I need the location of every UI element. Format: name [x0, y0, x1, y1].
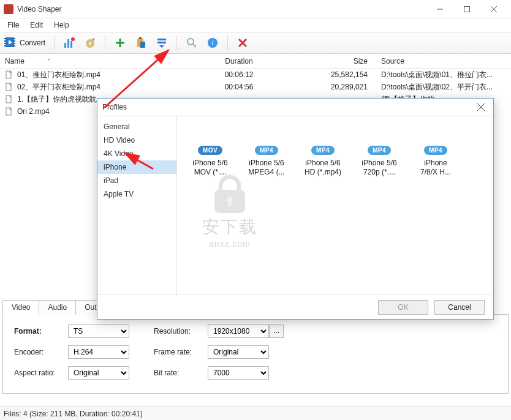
svg-rect-5	[4, 38, 6, 39]
svg-point-19	[89, 42, 91, 45]
profile-name: iPhone 5/6MPEG4 (...	[241, 159, 292, 177]
maximize-button[interactable]	[453, 0, 480, 18]
col-header-duration[interactable]: Duration	[184, 57, 294, 66]
file-source: D:\tools\桌面\视频\02、平开门衣...	[374, 82, 511, 92]
framerate-label: Frame rate:	[154, 348, 208, 356]
dialog-close-button[interactable]	[474, 100, 488, 114]
bitrate-combo[interactable]: 7000	[208, 366, 269, 380]
delete-button[interactable]	[234, 34, 251, 51]
cancel-button[interactable]: Cancel	[434, 300, 485, 315]
category-item[interactable]: General	[97, 120, 176, 133]
profiles-button[interactable]	[153, 34, 170, 51]
format-badge: MP4	[255, 146, 278, 155]
category-item[interactable]: iPad	[97, 174, 176, 187]
film-icon	[4, 36, 16, 50]
add-button[interactable]	[112, 34, 129, 51]
search-button[interactable]	[183, 34, 200, 51]
file-duration: 00:04:56	[184, 83, 294, 91]
encoder-combo[interactable]: H.264	[68, 345, 129, 359]
ok-button[interactable]: OK	[378, 300, 428, 315]
svg-point-17	[71, 37, 75, 41]
category-item[interactable]: HD Video	[97, 133, 176, 147]
svg-rect-8	[4, 45, 6, 47]
aspect-combo[interactable]: Original	[68, 366, 129, 380]
svg-rect-10	[13, 40, 15, 42]
svg-rect-24	[140, 42, 145, 48]
table-row[interactable]: 01、推拉门衣柜绘制.mp400:06:1225,582,154D:\tools…	[0, 69, 511, 81]
bitrate-label: Bit rate:	[154, 369, 208, 377]
profiles-dialog: Profiles GeneralHD Video4K VideoiPhoneiP…	[97, 98, 494, 320]
svg-rect-16	[70, 41, 72, 48]
title-bar: Video Shaper	[0, 0, 511, 18]
col-header-name[interactable]: Name⌃	[0, 57, 184, 66]
resolution-label: Resolution:	[154, 327, 208, 336]
category-list: GeneralHD Video4K VideoiPhoneiPadApple T…	[97, 116, 177, 294]
menu-help[interactable]: Help	[49, 20, 74, 31]
profile-name: iPhone7/8/X H...	[410, 159, 461, 177]
paste-button[interactable]	[132, 34, 150, 51]
format-label: Format:	[14, 327, 68, 336]
svg-rect-37	[6, 108, 11, 115]
file-source: D:\tools\桌面\视频\01、推拉门衣...	[374, 70, 511, 80]
svg-rect-34	[6, 71, 11, 78]
category-item[interactable]: iPhone	[97, 160, 176, 174]
svg-rect-23	[139, 37, 142, 39]
svg-rect-11	[13, 43, 15, 44]
aspect-label: Aspect ratio:	[14, 369, 68, 377]
profile-item[interactable]: MOViPhone 5/6MOV (*....	[184, 124, 236, 177]
menu-edit[interactable]: Edit	[25, 20, 48, 31]
file-duration: 00:06:12	[184, 70, 294, 79]
status-text: Files: 4 (Size: 211 MB, Duration: 00:20:…	[4, 410, 143, 418]
convert-label[interactable]: Convert	[20, 39, 45, 47]
profile-grid: MOViPhone 5/6MOV (*....MP4iPhone 5/6MPEG…	[177, 116, 493, 294]
equalizer-button[interactable]	[61, 34, 78, 51]
framerate-combo[interactable]: Original	[208, 345, 269, 359]
profile-item[interactable]: MP4iPhone 5/6720p (*....	[354, 124, 405, 177]
minimize-button[interactable]	[426, 0, 453, 18]
svg-line-29	[193, 44, 196, 47]
resolution-combo[interactable]: 1920x1080	[208, 324, 269, 338]
tab-video[interactable]: Video	[2, 300, 39, 315]
file-size: 20,289,021	[294, 83, 374, 91]
svg-rect-26	[157, 42, 166, 43]
info-button[interactable]: i	[204, 34, 221, 51]
svg-rect-14	[64, 43, 66, 48]
profile-item[interactable]: MP4iPhone7/8/X H...	[410, 124, 461, 177]
table-row[interactable]: 02、平开门衣柜绘制.mp400:04:5620,289,021D:\tools…	[0, 81, 511, 93]
menu-bar: File Edit Help	[0, 18, 511, 32]
col-header-source[interactable]: Source	[374, 57, 511, 66]
file-name: Ori 2.mp4	[17, 107, 50, 116]
resolution-more-button[interactable]: ...	[269, 324, 284, 338]
window-title: Video Shaper	[17, 5, 426, 13]
svg-rect-15	[67, 39, 69, 48]
format-badge: MP4	[311, 146, 335, 155]
profile-name: iPhone 5/6MOV (*....	[184, 159, 236, 177]
menu-file[interactable]: File	[2, 20, 24, 31]
col-header-size[interactable]: Size	[294, 57, 374, 66]
svg-rect-7	[4, 43, 6, 44]
tab-audio[interactable]: Audio	[39, 300, 76, 315]
app-icon	[4, 4, 13, 14]
dialog-title: Profiles	[102, 103, 127, 111]
format-badge: MP4	[424, 146, 447, 155]
svg-point-28	[187, 39, 194, 45]
file-name: 1.【姚子】你的虎视眈眈	[17, 94, 97, 105]
svg-rect-12	[13, 45, 15, 47]
encoder-label: Encoder:	[14, 348, 68, 356]
close-button[interactable]	[480, 0, 507, 18]
category-item[interactable]: 4K Video	[97, 147, 176, 160]
file-name: 02、平开门衣柜绘制.mp4	[17, 82, 100, 92]
format-badge: MP4	[368, 146, 391, 155]
svg-rect-6	[4, 40, 6, 42]
svg-marker-27	[159, 45, 164, 48]
burn-disc-button[interactable]	[81, 34, 99, 51]
list-header: Name⌃ Duration Size Source	[0, 54, 511, 69]
format-combo[interactable]: TS	[68, 324, 129, 338]
svg-text:i: i	[212, 39, 214, 47]
file-icon	[5, 107, 13, 116]
format-badge: MOV	[198, 146, 222, 155]
category-item[interactable]: Apple TV	[97, 187, 176, 201]
profile-item[interactable]: MP4iPhone 5/6MPEG4 (...	[241, 124, 292, 177]
profile-item[interactable]: MP4iPhone 5/6HD (*.mp4)	[297, 124, 349, 177]
file-icon	[5, 83, 13, 91]
